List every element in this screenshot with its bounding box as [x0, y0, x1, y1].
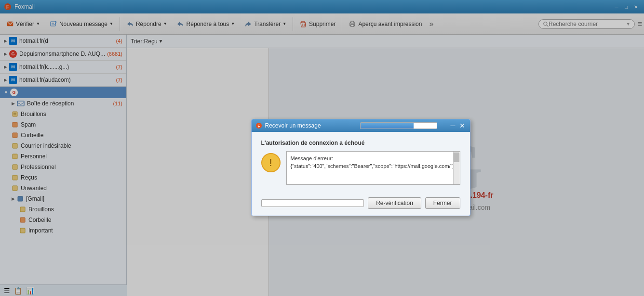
modal-close-button[interactable]: ✕ [458, 122, 466, 129]
receive-message-modal: F Recevoir un message ─ ✕ L'autorisation… [251, 119, 470, 216]
modal-content-row: ! Message d'erreur: {"status":"400","sch… [261, 151, 460, 185]
modal-error-message: Message d'erreur: {"status":"400","schem… [291, 155, 455, 169]
modal-error-title: L'autorisation de connexion a échoué [261, 140, 460, 146]
modal-minimize-button[interactable]: ─ [449, 122, 457, 129]
modal-scrollbar-thumb [454, 153, 459, 162]
modal-footer-progress-bar [261, 199, 364, 207]
modal-progress-fill [361, 123, 414, 129]
modal-message-box: Message d'erreur: {"status":"400","schem… [286, 151, 460, 185]
modal-progress-bar [360, 122, 437, 129]
warning-icon: ! [261, 153, 281, 172]
modal-footer: Re-vérification Fermer [252, 193, 470, 216]
modal-overlay: F Recevoir un message ─ ✕ L'autorisation… [0, 0, 644, 296]
modal-body: L'autorisation de connexion a échoué ! M… [252, 132, 470, 193]
modal-title-icon: F [255, 122, 262, 129]
modal-title-bar: F Recevoir un message ─ ✕ [252, 119, 470, 132]
modal-scrollbar[interactable] [453, 152, 460, 184]
modal-title-text: Recevoir un message [265, 122, 360, 129]
reverify-button[interactable]: Re-vérification [368, 197, 421, 209]
svg-text:F: F [257, 124, 260, 129]
modal-fermer-button[interactable]: Fermer [425, 197, 460, 209]
